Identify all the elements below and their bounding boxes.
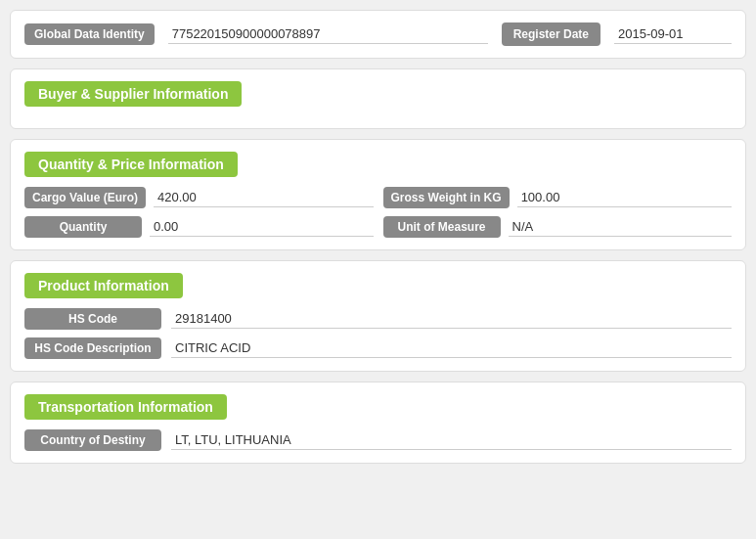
country-destiny-label: Country of Destiny xyxy=(24,429,161,451)
gross-weight-value: 100.00 xyxy=(517,188,732,207)
hs-code-row: HS Code 29181400 xyxy=(24,308,732,330)
unit-measure-field: Unit of Measure N/A xyxy=(383,216,733,238)
register-date-value: 2015-09-01 xyxy=(614,24,732,44)
quantity-value: 0.00 xyxy=(150,217,374,237)
buyer-supplier-header: Buyer & Supplier Information xyxy=(24,81,242,107)
hs-desc-value: CITRIC ACID xyxy=(171,338,732,358)
quantity-label: Quantity xyxy=(24,216,142,238)
cargo-field: Cargo Value (Euro) 420.00 xyxy=(24,187,374,208)
unit-measure-label: Unit of Measure xyxy=(383,216,501,238)
product-header: Product Information xyxy=(24,273,183,298)
quantity-price-header: Quantity & Price Information xyxy=(24,152,238,177)
hs-code-value: 29181400 xyxy=(171,309,732,329)
quantity-row: Quantity 0.00 Unit of Measure N/A xyxy=(24,216,732,238)
global-data-card: Global Data Identity 7752201509000000788… xyxy=(10,10,746,59)
product-card: Product Information HS Code 29181400 HS … xyxy=(10,260,746,372)
country-destiny-value: LT, LTU, LITHUANIA xyxy=(171,430,732,450)
country-row: Country of Destiny LT, LTU, LITHUANIA xyxy=(24,429,732,451)
global-data-value: 775220150900000078897 xyxy=(168,24,488,44)
gross-weight-field: Gross Weight in KG 100.00 xyxy=(383,187,733,208)
cargo-value-label: Cargo Value (Euro) xyxy=(24,187,146,208)
unit-measure-value: N/A xyxy=(509,217,733,237)
quantity-field: Quantity 0.00 xyxy=(24,216,374,238)
hs-code-label: HS Code xyxy=(24,308,161,330)
buyer-supplier-card: Buyer & Supplier Information xyxy=(10,68,746,129)
hs-desc-row: HS Code Description CITRIC ACID xyxy=(24,337,732,359)
transportation-header: Transportation Information xyxy=(24,394,227,420)
register-date-label: Register Date xyxy=(502,22,600,46)
transportation-card: Transportation Information Country of De… xyxy=(10,382,746,464)
hs-desc-label: HS Code Description xyxy=(24,337,161,359)
gross-weight-label: Gross Weight in KG xyxy=(383,187,510,208)
cargo-value: 420.00 xyxy=(154,188,373,207)
cargo-row: Cargo Value (Euro) 420.00 Gross Weight i… xyxy=(24,187,732,208)
quantity-price-card: Quantity & Price Information Cargo Value… xyxy=(10,139,746,250)
global-data-label: Global Data Identity xyxy=(24,23,155,45)
